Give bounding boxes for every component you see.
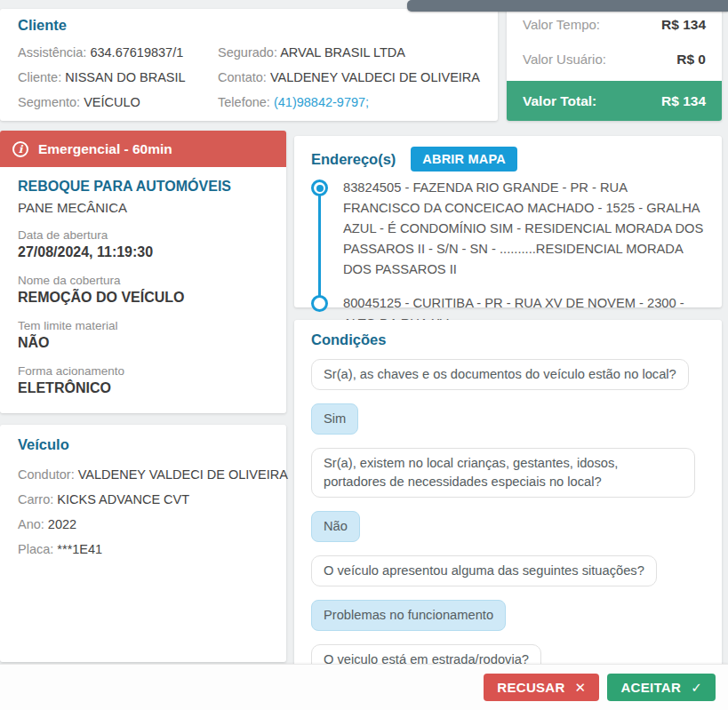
- conditions-messages: Sr(a), as chaves e os documentos do veíc…: [311, 359, 705, 684]
- message-line: Sr(a), as chaves e os documentos do veíc…: [311, 359, 705, 390]
- field-row: Segmento: VEÍCULO: [18, 90, 218, 115]
- action-bar: RECUSAR ✕ ACEITAR ✓: [0, 664, 728, 710]
- answer-bubble: Problemas no funcionamento: [311, 600, 506, 631]
- field-value: 634.67619837/1: [90, 45, 183, 60]
- address-text: 83824505 - FAZENDA RIO GRANDE - PR - RUA…: [343, 178, 705, 280]
- service-field-value: NÃO: [18, 335, 268, 351]
- field-label: Assistência:: [18, 45, 90, 60]
- field-row: Placa: ***1E41: [18, 537, 268, 562]
- price-row-label: Valor Tempo:: [523, 17, 600, 32]
- accept-button-label: ACEITAR: [620, 680, 681, 695]
- message-line: O veículo apresentou alguma das seguinte…: [311, 555, 705, 586]
- service-field: Forma acionamentoELETRÔNICO: [18, 364, 268, 396]
- client-fields: Assistência: 634.67619837/1Cliente: NISS…: [18, 40, 480, 115]
- field-value: ***1E41: [57, 542, 102, 556]
- field-label: Contato:: [218, 70, 270, 84]
- service-fields: Data de abertura27/08/2024, 11:19:30Nome…: [18, 228, 268, 396]
- field-label: Cliente:: [18, 70, 65, 84]
- field-value: NISSAN DO BRASIL: [65, 70, 185, 84]
- service-field: Data de abertura27/08/2024, 11:19:30: [18, 228, 268, 260]
- field-row: Segurado: ARVAL BRASIL LTDA: [218, 40, 480, 65]
- client-fields-left: Assistência: 634.67619837/1Cliente: NISS…: [18, 40, 218, 115]
- price-row-label: Valor Usuário:: [523, 52, 606, 67]
- emergency-banner-label: Emergencial - 60min: [38, 141, 172, 157]
- vehicle-card: Veículo Condutor: VALDENEY VALDECI DE OL…: [0, 425, 286, 662]
- field-row: Cliente: NISSAN DO BRASIL: [18, 65, 218, 90]
- addresses-card: Endereço(s) ABRIR MAPA 83824505 - FAZEND…: [294, 136, 722, 307]
- price-total-row: Valor Total: R$ 134: [507, 81, 722, 121]
- service-field-label: Nome da cobertura: [18, 274, 268, 287]
- field-row: Contato: VALDENEY VALDECI DE OLIVEIRA: [218, 65, 480, 90]
- emergency-banner: i Emergencial - 60min: [0, 131, 286, 167]
- field-value: VALDENEY VALDECI DE OLIVEIRA: [270, 70, 480, 84]
- price-total-value: R$ 134: [661, 93, 706, 109]
- message-line: Problemas no funcionamento: [311, 600, 705, 631]
- conditions-card: Condições Sr(a), as chaves e os document…: [294, 320, 722, 684]
- price-summary-card: Valor Tempo: R$ 134 Valor Usuário: R$ 0 …: [507, 0, 722, 121]
- price-row-tempo: Valor Tempo: R$ 134: [507, 7, 722, 42]
- field-value: KICKS ADVANCE CVT: [57, 492, 189, 507]
- service-card: i Emergencial - 60min REBOQUE PARA AUTOM…: [0, 131, 286, 413]
- address-item-origin: 83824505 - FAZENDA RIO GRANDE - PR - RUA…: [311, 178, 705, 280]
- message-line: Sim: [311, 403, 705, 435]
- service-field-value: REMOÇÃO DO VEÍCULO: [18, 290, 268, 306]
- field-label: Carro:: [18, 492, 57, 507]
- addresses-title: Endereço(s): [311, 151, 396, 168]
- field-row: Condutor: VALDENEY VALDECI DE OLIVEIRA: [18, 462, 268, 487]
- message-line: Sr(a), existem no local crianças, gestan…: [311, 448, 705, 498]
- destination-point-icon: [311, 295, 328, 312]
- vehicle-fields: Condutor: VALDENEY VALDECI DE OLIVEIRACa…: [18, 462, 268, 562]
- service-field-value: 27/08/2024, 11:19:30: [18, 244, 268, 260]
- service-title: REBOQUE PARA AUTOMÓVEIS: [18, 179, 268, 195]
- answer-bubble: Sim: [311, 403, 358, 435]
- price-row-usuario: Valor Usuário: R$ 0: [507, 42, 722, 76]
- assistance-request-page: Cliente Assistência: 634.67619837/1Clien…: [0, 0, 728, 710]
- close-icon: ✕: [575, 680, 587, 696]
- field-row: Telefone: (41)98842-9797;: [218, 90, 480, 115]
- clipped-toolbar-fragment: [407, 0, 728, 12]
- vehicle-card-title: Veículo: [18, 436, 268, 453]
- phone-link[interactable]: (41)98842-9797;: [274, 95, 369, 109]
- conditions-title: Condições: [311, 331, 705, 348]
- field-row: Assistência: 634.67619837/1: [18, 40, 218, 65]
- field-row: Ano: 2022: [18, 512, 268, 537]
- field-value: ARVAL BRASIL LTDA: [280, 45, 405, 60]
- field-label: Segurado:: [218, 45, 280, 60]
- service-field-label: Tem limite material: [18, 319, 268, 332]
- addresses-header: Endereço(s) ABRIR MAPA: [311, 147, 705, 172]
- address-timeline: 83824505 - FAZENDA RIO GRANDE - PR - RUA…: [311, 178, 705, 334]
- question-bubble: Sr(a), existem no local crianças, gestan…: [311, 448, 695, 498]
- service-field: Nome da coberturaREMOÇÃO DO VEÍCULO: [18, 274, 268, 306]
- message-line: Não: [311, 511, 705, 542]
- client-card: Cliente Assistência: 634.67619837/1Clien…: [0, 9, 498, 121]
- client-fields-right: Segurado: ARVAL BRASIL LTDAContato: VALD…: [218, 40, 480, 115]
- price-row-value: R$ 134: [661, 17, 706, 33]
- client-card-title: Cliente: [18, 17, 480, 34]
- price-total-label: Valor Total:: [523, 93, 596, 109]
- field-value: 2022: [48, 517, 76, 531]
- service-field-value: ELETRÔNICO: [18, 380, 268, 396]
- answer-bubble: Não: [311, 511, 360, 542]
- origin-point-icon: [311, 179, 328, 196]
- service-card-body: REBOQUE PARA AUTOMÓVEIS PANE MECÂNICA Da…: [0, 167, 286, 421]
- field-label: Telefone:: [218, 95, 274, 109]
- accept-button[interactable]: ACEITAR ✓: [607, 674, 716, 701]
- service-subtitle: PANE MECÂNICA: [18, 200, 268, 215]
- refuse-button[interactable]: RECUSAR ✕: [484, 674, 599, 701]
- info-icon: i: [12, 141, 28, 157]
- question-bubble: O veículo apresentou alguma das seguinte…: [311, 555, 657, 586]
- field-label: Placa:: [18, 542, 57, 556]
- question-bubble: Sr(a), as chaves e os documentos do veíc…: [311, 359, 689, 390]
- open-map-button[interactable]: ABRIR MAPA: [411, 147, 517, 172]
- service-field: Tem limite materialNÃO: [18, 319, 268, 351]
- price-row-value: R$ 0: [676, 52, 706, 68]
- service-field-label: Data de abertura: [18, 228, 268, 242]
- field-label: Condutor:: [18, 467, 78, 482]
- check-icon: ✓: [691, 680, 702, 696]
- field-label: Segmento:: [18, 95, 84, 109]
- service-field-label: Forma acionamento: [18, 364, 268, 378]
- field-value: VEÍCULO: [84, 95, 140, 109]
- field-value: VALDENEY VALDECI DE OLIVEIRA: [78, 467, 288, 482]
- field-row: Carro: KICKS ADVANCE CVT: [18, 487, 268, 512]
- refuse-button-label: RECUSAR: [497, 680, 564, 695]
